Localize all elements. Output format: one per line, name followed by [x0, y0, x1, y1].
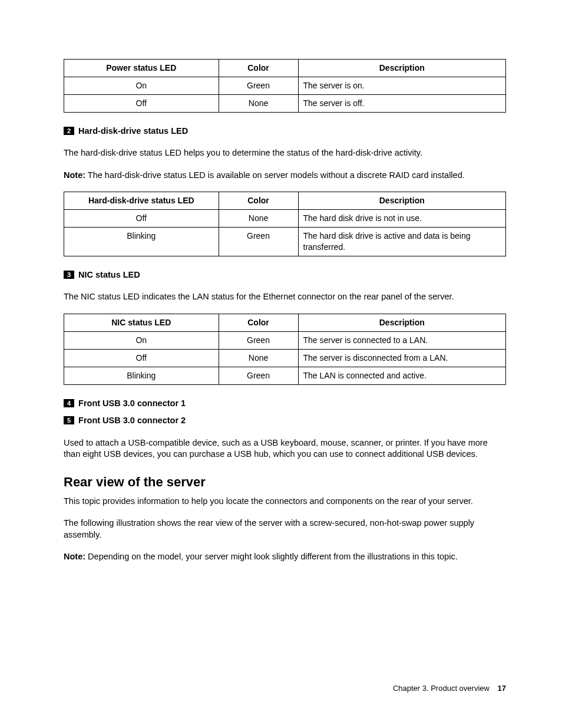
callout-title: Front USB 3.0 connector 1	[78, 398, 186, 408]
callout-heading-2: 2 Hard-disk-drive status LED	[64, 126, 506, 137]
callout-number-icon: 5	[64, 416, 74, 424]
table-cell: None	[219, 210, 298, 228]
table-header: Color	[219, 314, 298, 332]
table-cell: The LAN is connected and active.	[298, 367, 506, 384]
table-cell: The hard disk drive is not in use.	[298, 210, 506, 228]
page-footer: Chapter 3. Product overview 17	[393, 683, 506, 694]
table-cell: On	[64, 77, 219, 94]
table-cell: Blinking	[64, 367, 219, 384]
table-cell: Off	[64, 210, 219, 228]
table-cell: On	[64, 331, 219, 349]
usb-description: Used to attach a USB-compatible device, …	[64, 437, 506, 460]
rear-paragraph-2: The following illustration shows the rea…	[64, 518, 506, 541]
table-header: Description	[298, 60, 506, 77]
table-cell: The server is connected to a LAN.	[298, 331, 506, 349]
document-page: Power status LED Color Description On Gr…	[0, 0, 562, 728]
callout-heading-5: 5 Front USB 3.0 connector 2	[64, 415, 506, 427]
table-cell: None	[219, 94, 298, 112]
table-cell: None	[219, 349, 298, 367]
callout-title: NIC status LED	[78, 270, 140, 279]
table-hdd-status: Hard-disk-drive status LED Color Descrip…	[64, 192, 506, 256]
table-header: Color	[219, 60, 298, 77]
note-text: Depending on the model, your server migh…	[88, 552, 458, 561]
callout-heading-3: 3 NIC status LED	[64, 269, 506, 281]
table-cell: Off	[64, 94, 219, 112]
table-cell: The server is off.	[298, 94, 506, 112]
callout-title: Front USB 3.0 connector 2	[78, 416, 186, 425]
table-header: Power status LED	[64, 60, 219, 77]
table-row: Off None The server is off.	[64, 94, 506, 112]
callout-number-icon: 4	[64, 399, 74, 407]
hdd-description: The hard-disk-drive status LED helps you…	[64, 147, 506, 159]
callout-heading-4: 4 Front USB 3.0 connector 1	[64, 398, 506, 410]
table-cell: The server is disconnected from a LAN.	[298, 349, 506, 367]
hdd-note: Note: The hard-disk-drive status LED is …	[64, 170, 506, 182]
nic-description: The NIC status LED indicates the LAN sta…	[64, 291, 506, 303]
table-header: NIC status LED	[64, 314, 219, 332]
table-row: Blinking Green The hard disk drive is ac…	[64, 228, 506, 256]
table-nic-status: NIC status LED Color Description On Gree…	[64, 314, 506, 385]
note-label: Note:	[64, 170, 85, 180]
table-cell: Green	[219, 77, 298, 94]
table-cell: The hard disk drive is active and data i…	[298, 228, 506, 256]
footer-chapter: Chapter 3. Product overview	[393, 684, 490, 693]
table-cell: Green	[219, 367, 298, 384]
table-row: On Green The server is on.	[64, 77, 506, 94]
table-power-status: Power status LED Color Description On Gr…	[64, 59, 506, 113]
table-header-row: Power status LED Color Description	[64, 60, 506, 77]
table-header: Hard-disk-drive status LED	[64, 192, 219, 210]
footer-page-number: 17	[498, 684, 506, 693]
table-cell: Blinking	[64, 228, 219, 256]
table-header-row: Hard-disk-drive status LED Color Descrip…	[64, 192, 506, 210]
table-header-row: NIC status LED Color Description	[64, 314, 506, 332]
heading-rear-view: Rear view of the server	[64, 473, 506, 491]
table-cell: Green	[219, 228, 298, 256]
rear-paragraph-1: This topic provides information to help …	[64, 496, 506, 508]
table-header: Color	[219, 192, 298, 210]
note-text: The hard-disk-drive status LED is availa…	[88, 170, 465, 180]
table-row: Off None The server is disconnected from…	[64, 349, 506, 367]
callout-title: Hard-disk-drive status LED	[78, 126, 188, 136]
table-cell: Green	[219, 331, 298, 349]
note-label: Note:	[64, 552, 85, 561]
table-cell: Off	[64, 349, 219, 367]
callout-number-icon: 3	[64, 271, 74, 279]
table-header: Description	[298, 192, 506, 210]
callout-number-icon: 2	[64, 127, 74, 135]
table-header: Description	[298, 314, 506, 332]
table-row: Off None The hard disk drive is not in u…	[64, 210, 506, 228]
table-cell: The server is on.	[298, 77, 506, 94]
rear-note: Note: Depending on the model, your serve…	[64, 551, 506, 563]
table-row: Blinking Green The LAN is connected and …	[64, 367, 506, 384]
table-row: On Green The server is connected to a LA…	[64, 331, 506, 349]
